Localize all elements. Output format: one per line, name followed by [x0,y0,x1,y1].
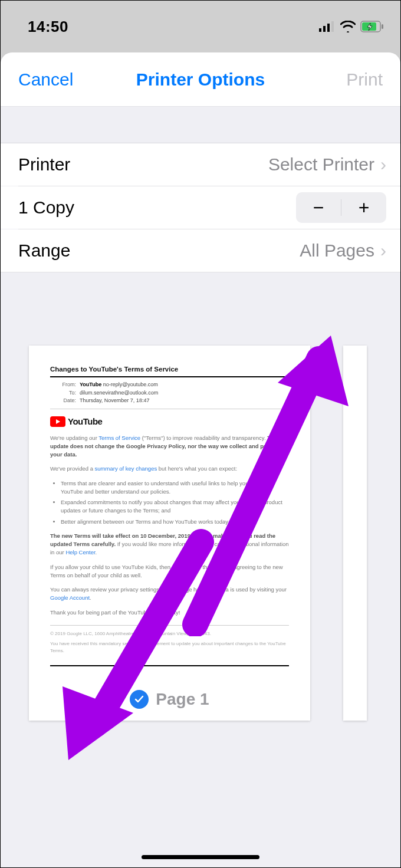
print-button[interactable]: Print [346,70,383,90]
stepper-increment-button[interactable]: + [341,192,386,223]
svg-rect-0 [319,28,321,32]
cancel-button[interactable]: Cancel [18,70,73,90]
page-title: Printer Options [136,70,265,90]
svg-rect-2 [327,24,330,32]
cellular-icon [319,21,336,32]
chevron-right-icon: › [380,241,386,261]
status-time: 14:50 [28,18,68,36]
svg-rect-5 [382,24,383,29]
range-value: All Pages [300,241,374,261]
youtube-play-icon [50,416,65,427]
page-preview-next-peek[interactable] [343,346,367,721]
battery-charging-icon [360,21,384,32]
printer-value: Select Printer [268,154,374,175]
doc-title: Changes to YouTube's Terms of Service [50,366,289,373]
status-icons [319,21,384,32]
print-sheet: Cancel Printer Options Print Printer Sel… [1,52,400,867]
nav-bar: Cancel Printer Options Print [1,52,400,107]
page-selected-check-icon [130,690,149,709]
chevron-right-icon: › [380,154,386,175]
status-bar: 14:50 [1,1,400,52]
printer-cell[interactable]: Printer Select Printer › [1,143,400,186]
copies-stepper: − + [296,192,386,223]
range-label: Range [18,241,70,261]
preview-area[interactable]: Changes to YouTube's Terms of Service Fr… [1,272,400,721]
stepper-decrement-button[interactable]: − [296,192,341,223]
home-indicator[interactable] [142,855,259,859]
wifi-icon [340,21,356,32]
copies-cell: 1 Copy − + [1,186,400,229]
page-preview-1[interactable]: Changes to YouTube's Terms of Service Fr… [29,346,310,721]
copies-label: 1 Copy [18,198,74,218]
page-indicator[interactable]: Page 1 [50,690,289,709]
youtube-logo: YouTube [50,416,289,427]
svg-rect-1 [323,26,326,32]
range-cell[interactable]: Range All Pages › [1,229,400,272]
page-number-label: Page 1 [156,690,209,709]
svg-rect-3 [331,21,334,32]
printer-label: Printer [18,154,70,175]
